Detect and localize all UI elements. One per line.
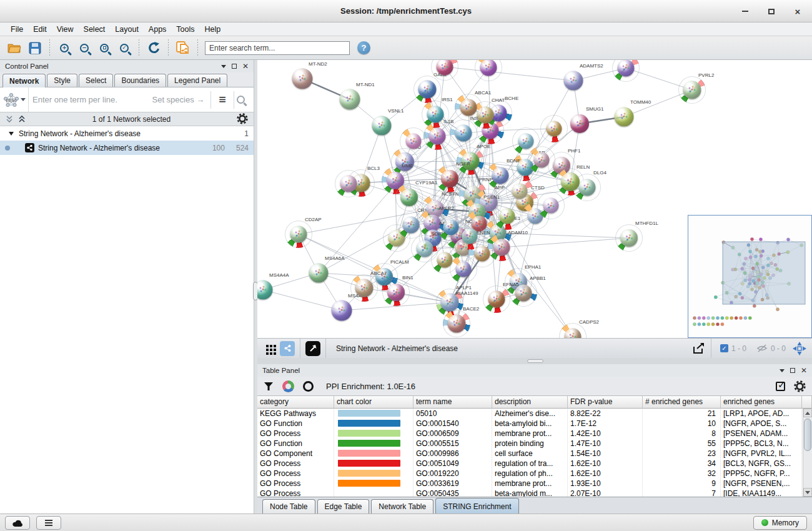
export-network-button[interactable] [690,340,707,357]
network-node-abca1[interactable]: ABCA1 [455,94,482,121]
menu-file[interactable]: File [6,24,27,35]
network-node[interactable] [612,60,640,82]
task-list-toggle-button[interactable] [36,516,61,530]
float-panel-icon[interactable] [232,64,237,69]
network-node-cadps2[interactable]: CADPS2 [559,323,587,338]
tab-legend-panel[interactable]: Legend Panel [167,74,227,87]
column-header-description[interactable]: description [492,396,568,409]
tree-expand-icon[interactable] [9,132,14,136]
menu-view[interactable]: View [52,24,78,35]
detach-view-button[interactable] [304,340,322,357]
filter-icon[interactable] [264,382,274,391]
menu-select[interactable]: Select [79,24,110,35]
network-node-efna5[interactable]: EFNA5 [483,285,510,313]
string-database-selector[interactable]: STRING [0,87,29,112]
network-node[interactable] [468,240,496,267]
scrollbar-thumb[interactable] [804,419,811,451]
table-row[interactable]: GO ProcessGO:0019220regulation of ph...1… [257,469,812,479]
splitter-grip[interactable] [527,359,543,363]
save-session-button[interactable] [25,39,45,57]
zoom-out-button[interactable]: − [74,39,94,57]
column-header-category[interactable]: category [257,396,334,409]
network-node-abca7[interactable]: ABCA7 [350,274,378,302]
zoom-in-button[interactable]: + [54,39,74,57]
network-node-adamts2[interactable]: ADAMTS2 [560,67,587,94]
table-row[interactable]: KEGG Pathways05010Alzheimer's dise...8.8… [257,409,812,419]
tab-network-table[interactable]: Network Table [371,499,433,514]
network-node-smug1[interactable]: SMUG1 [566,110,593,137]
set-species-link[interactable]: Set species → [152,95,211,104]
select-terms-icon[interactable] [776,382,785,391]
network-collection-row[interactable]: String Network - Alzheimer's disease 1 [0,126,254,141]
network-node[interactable] [493,202,521,230]
tab-string-enrichment[interactable]: STRING Enrichment [435,498,518,514]
close-button[interactable]: × [792,6,803,17]
table-row[interactable]: GO ProcessGO:0006509membrane prot...1.42… [257,429,812,439]
table-row[interactable]: GO ComponentGO:0009986cell surface1.54E-… [257,449,812,459]
network-row[interactable]: String Network - Alzheimer's disease 100… [0,141,254,155]
network-node-mt-nd1[interactable]: MT-ND1 [336,86,364,113]
table-row[interactable]: GO ProcessGO:0033619membrane prot...1.93… [257,479,812,489]
tab-edge-table[interactable]: Edge Table [317,499,370,514]
ring-chart-icon[interactable] [303,381,314,392]
expand-all-icon[interactable] [17,115,26,124]
column-header-term-name[interactable]: term name [413,396,492,409]
close-panel-icon[interactable]: ✕ [242,62,249,70]
string-options-menu-icon[interactable]: ≡ [211,92,234,107]
network-node[interactable] [540,115,568,142]
tab-style[interactable]: Style [47,74,77,87]
network-node-il1b[interactable]: IL1B [423,122,451,150]
network-from-selection-button[interactable] [173,39,193,57]
network-node[interactable] [512,127,540,155]
network-node-bace2[interactable]: BACE2 [443,310,470,337]
scroll-up-arrow[interactable] [803,409,812,417]
network-node-dlg4[interactable]: DLG4 [573,174,601,201]
zoom-fit-button[interactable] [94,39,114,57]
panel-menu-icon[interactable] [221,65,226,68]
menu-help[interactable]: Help [201,24,225,35]
enrichment-settings-icon[interactable] [794,380,806,392]
memory-button[interactable]: Memory [753,516,807,530]
menu-layout[interactable]: Layout [111,24,143,35]
pan-tool-button[interactable] [791,340,808,357]
chart-settings-icon[interactable] [282,380,294,392]
zoom-selected-button[interactable]: ✓ [114,39,134,57]
tab-node-table[interactable]: Node Table [262,499,315,514]
network-node[interactable] [431,60,458,81]
open-session-button[interactable] [5,39,25,57]
column-header--enriched-genes[interactable]: # enriched genes [643,396,721,409]
table-row[interactable]: GO FunctionGO:0005515protein binding1.47… [257,439,812,449]
string-view-button[interactable] [279,340,296,357]
collapse-all-icon[interactable] [5,115,14,124]
show-grid-button[interactable] [261,340,279,357]
network-canvas[interactable]: MT-ND2MT-ND1VSNL1GAB2ADAMTS2PVRL2TOMM40S… [257,60,812,338]
string-search-icon[interactable] [237,96,245,104]
menu-edit[interactable]: Edit [29,24,51,35]
network-node-mt-nd2[interactable]: MT-ND2 [289,65,316,92]
network-node[interactable] [537,192,565,219]
panel-menu-icon[interactable] [780,369,785,372]
network-node[interactable] [400,127,427,155]
network-node[interactable] [335,170,362,197]
tab-select[interactable]: Select [79,74,113,87]
table-row[interactable]: GO ProcessGO:0050435beta-amyloid m...2.0… [257,489,812,497]
scroll-down-arrow[interactable] [803,488,812,497]
column-header-chart-color[interactable]: chart color [334,396,413,409]
column-header-fdr-p-value[interactable]: FDR p-value [568,396,643,409]
selected-check-icon[interactable]: ✓ [720,344,728,352]
horizontal-splitter[interactable] [257,358,812,364]
network-node[interactable] [506,177,533,205]
float-panel-icon[interactable] [790,368,795,373]
network-node-ms4a4a[interactable]: MS4A4A [257,276,277,304]
network-node-mthfd1l[interactable]: MTHFD1L [615,224,643,252]
network-node[interactable] [475,60,502,81]
cloud-toggle-button[interactable] [5,516,30,530]
network-node-pvrl2[interactable]: PVRL2 [678,76,706,104]
maximize-button[interactable] [766,6,777,17]
tab-boundaries[interactable]: Boundaries [114,74,166,87]
close-panel-icon[interactable]: ✕ [801,367,807,374]
network-node-bin1[interactable]: BIN1 [382,279,410,306]
network-node-ins[interactable]: INS [450,119,477,147]
column-header-enriched-genes[interactable]: enriched genes [721,396,802,409]
menu-apps[interactable]: Apps [144,24,171,35]
